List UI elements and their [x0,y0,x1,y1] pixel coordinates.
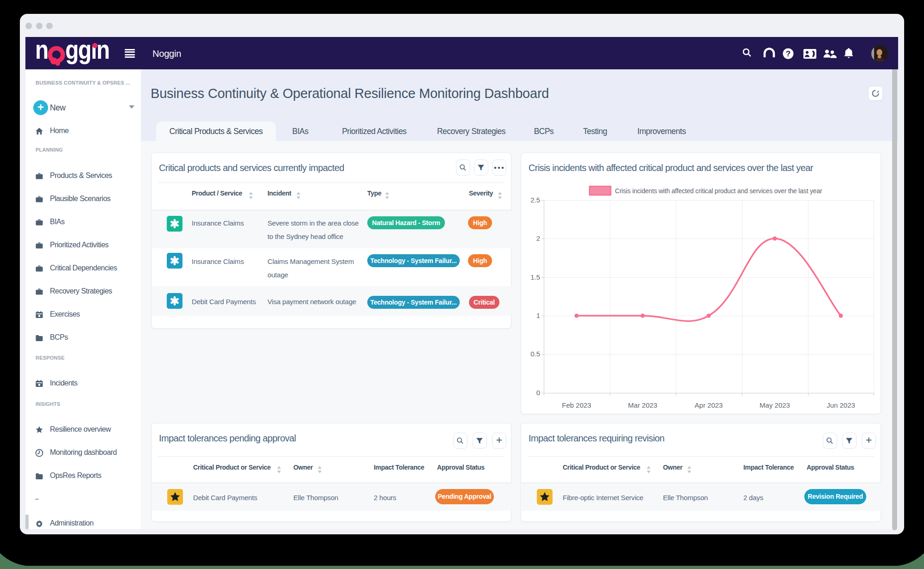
svg-text:?: ? [786,49,790,58]
svg-text:Mar 2023: Mar 2023 [628,401,657,409]
svg-text:2.5: 2.5 [530,196,540,204]
svg-text:1.5: 1.5 [530,273,540,281]
svg-text:Apr 2023: Apr 2023 [695,401,723,409]
svg-text:2: 2 [536,234,540,242]
svg-text:0.5: 0.5 [530,350,540,358]
svg-text:0: 0 [536,389,540,397]
svg-text:Feb 2023: Feb 2023 [562,401,591,409]
svg-text:Crisis incidents with affected: Crisis incidents with affected critical … [615,187,822,195]
svg-text:1: 1 [536,312,540,319]
svg-text:Jun 2023: Jun 2023 [827,401,855,409]
svg-text:May 2023: May 2023 [760,401,790,409]
